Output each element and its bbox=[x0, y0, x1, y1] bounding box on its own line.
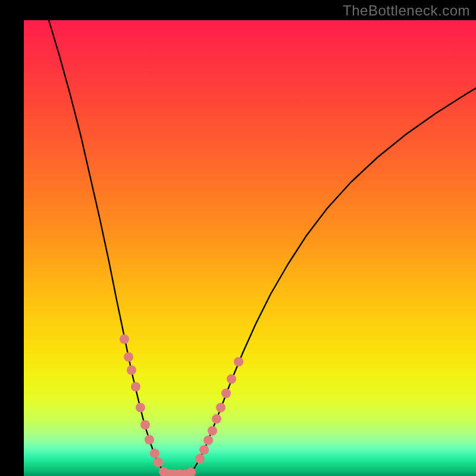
plot-area bbox=[24, 20, 476, 476]
curve-marker bbox=[227, 374, 236, 384]
curve-marker bbox=[140, 420, 150, 430]
curve-markers bbox=[120, 334, 243, 476]
curve-marker bbox=[199, 445, 209, 455]
curve-marker bbox=[150, 449, 159, 458]
curve-marker bbox=[127, 365, 136, 375]
curve-marker bbox=[221, 389, 231, 398]
chart-frame: TheBottleneck.com bbox=[0, 0, 476, 476]
curve-marker bbox=[120, 334, 129, 344]
curve-marker bbox=[212, 414, 221, 424]
curve-marker bbox=[136, 403, 145, 412]
bottleneck-curve bbox=[49, 20, 476, 474]
curve-marker bbox=[131, 382, 140, 392]
curve-marker bbox=[203, 436, 213, 445]
curve-marker bbox=[124, 352, 133, 362]
curve-marker bbox=[195, 454, 205, 464]
curve-marker bbox=[154, 458, 163, 467]
curve-marker bbox=[208, 426, 217, 436]
curve-marker bbox=[186, 468, 196, 476]
chart-svg bbox=[24, 20, 476, 476]
watermark-text: TheBottleneck.com bbox=[343, 2, 470, 19]
curve-marker bbox=[145, 435, 154, 444]
curve-marker bbox=[234, 357, 243, 367]
curve-marker bbox=[216, 403, 226, 412]
